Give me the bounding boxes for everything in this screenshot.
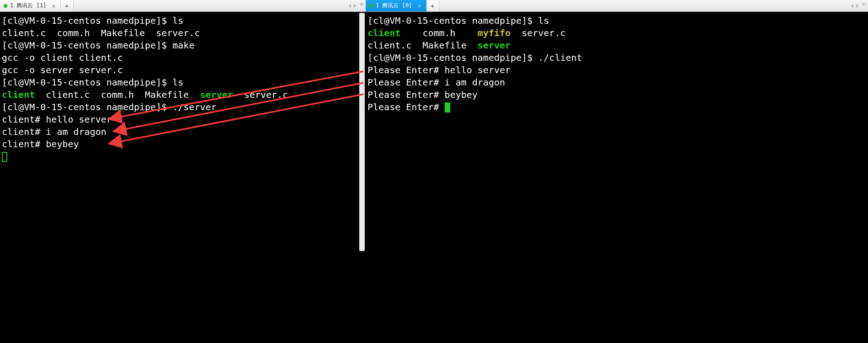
terminal-line: [cl@VM-0-15-centos namedpipe]$ ./client xyxy=(367,52,866,64)
split-workspace: 1 腾讯云 [1] × + [cl@VM-0-15-centos namedpi… xyxy=(0,0,868,343)
nav-prev-icon[interactable] xyxy=(851,4,853,8)
close-icon[interactable]: × xyxy=(417,3,421,9)
terminal-line: gcc -o client client.c xyxy=(2,52,357,64)
terminal-line: [cl@VM-0-15-centos namedpipe]$ ./server xyxy=(2,101,357,113)
tab-left-1[interactable]: 1 腾讯云 [1] × xyxy=(0,0,61,11)
terminal-line xyxy=(2,150,357,163)
pane-left: 1 腾讯云 [1] × + [cl@VM-0-15-centos namedpi… xyxy=(0,0,366,343)
tab-right-1[interactable]: 1 腾讯云 [0] × xyxy=(366,0,426,11)
terminal-line: [cl@VM-0-15-centos namedpipe]$ ls xyxy=(367,15,866,27)
terminal-text: [cl@VM-0-15-centos namedpipe]$ make xyxy=(2,40,194,51)
terminal-text: client# beybey xyxy=(2,139,79,150)
nav-menu-icon[interactable] xyxy=(359,3,364,8)
tab-title: 1 腾讯云 [1] xyxy=(10,2,46,10)
scrollbar-left[interactable] xyxy=(358,12,366,343)
terminal-text: [cl@VM-0-15-centos namedpipe]$ ls xyxy=(2,77,183,88)
terminal-text: Please Enter# xyxy=(367,102,445,113)
terminal-text: Please Enter# i am dragon xyxy=(367,77,505,88)
terminal-line: client comm.h myfifo server.c xyxy=(367,27,866,39)
terminal-line: client# i am dragon xyxy=(2,126,357,138)
terminal-line: [cl@VM-0-15-centos namedpipe]$ ls xyxy=(2,76,357,89)
nav-menu-icon[interactable] xyxy=(862,3,866,8)
terminal-line: Please Enter# xyxy=(367,101,866,113)
terminal-cursor xyxy=(445,102,450,113)
terminal-text: Please Enter# beybey xyxy=(367,89,478,100)
terminal-text: client.c comm.h Makefile server.c xyxy=(2,27,200,38)
terminal-left[interactable]: [cl@VM-0-15-centos namedpipe]$ lsclient.… xyxy=(0,12,358,343)
terminal-line: client# hello server xyxy=(2,113,357,126)
status-dot-icon xyxy=(369,4,373,8)
tabbar-right: 1 腾讯云 [0] × + xyxy=(366,0,868,12)
terminal-text: comm.h xyxy=(400,27,478,38)
terminal-text: client.c comm.h Makefile xyxy=(35,89,200,100)
terminal-text: [cl@VM-0-15-centos namedpipe]$ ./server xyxy=(2,102,217,113)
terminal-text: gcc -o client client.c xyxy=(2,52,123,63)
nav-next-icon[interactable] xyxy=(856,4,859,8)
plus-icon: + xyxy=(65,2,69,10)
tabbar-nav-right xyxy=(851,0,866,11)
terminal-line: client# beybey xyxy=(2,138,357,150)
terminal-text: client xyxy=(2,89,35,100)
tabbar-left: 1 腾讯云 [1] × + xyxy=(0,0,366,12)
terminal-line: [cl@VM-0-15-centos namedpipe]$ make xyxy=(2,39,357,52)
terminal-text: client.c Makefile xyxy=(367,40,478,51)
terminal-wrap-left: [cl@VM-0-15-centos namedpipe]$ lsclient.… xyxy=(0,12,366,343)
nav-prev-icon[interactable] xyxy=(348,4,351,8)
plus-icon: + xyxy=(431,2,434,10)
terminal-line: Please Enter# beybey xyxy=(367,89,866,101)
terminal-text: client xyxy=(367,27,400,38)
terminal-line: Please Enter# i am dragon xyxy=(367,76,866,89)
terminal-right[interactable]: [cl@VM-0-15-centos namedpipe]$ lsclient … xyxy=(366,12,868,343)
terminal-line: [cl@VM-0-15-centos namedpipe]$ ls xyxy=(2,15,357,27)
terminal-text: gcc -o server server.c xyxy=(2,64,123,75)
terminal-text: server.c xyxy=(511,27,565,38)
terminal-line: client.c comm.h Makefile server.c xyxy=(2,27,357,39)
terminal-text: [cl@VM-0-15-centos namedpipe]$ ls xyxy=(2,15,183,26)
tabbar-nav-left xyxy=(348,0,364,11)
terminal-cursor xyxy=(2,152,7,162)
terminal-text: client# i am dragon xyxy=(2,126,107,137)
tab-title: 1 腾讯云 [0] xyxy=(376,2,412,10)
terminal-text: server xyxy=(478,40,511,51)
scrollbar-thumb[interactable] xyxy=(359,13,365,251)
terminal-text: server xyxy=(200,89,233,100)
terminal-text: [cl@VM-0-15-centos namedpipe]$ ls xyxy=(367,15,549,26)
terminal-text: [cl@VM-0-15-centos namedpipe]$ ./client xyxy=(367,52,582,63)
terminal-wrap-right: [cl@VM-0-15-centos namedpipe]$ lsclient … xyxy=(366,12,868,343)
terminal-text: client# hello server xyxy=(2,114,112,125)
pane-right: 1 腾讯云 [0] × + [cl@VM-0-15-centos namedpi… xyxy=(366,0,868,343)
terminal-text: server.c xyxy=(233,89,288,100)
terminal-line: client client.c comm.h Makefile server s… xyxy=(2,89,357,101)
terminal-text: Please Enter# hello server xyxy=(367,64,511,75)
new-tab-button-right[interactable]: + xyxy=(426,0,439,11)
terminal-text: myfifo xyxy=(478,27,511,38)
close-icon[interactable]: × xyxy=(52,3,55,9)
new-tab-button-left[interactable]: + xyxy=(61,0,74,11)
terminal-line: client.c Makefile server xyxy=(367,39,866,52)
status-dot-icon xyxy=(4,4,7,8)
terminal-line: Please Enter# hello server xyxy=(367,64,866,76)
terminal-line: gcc -o server server.c xyxy=(2,64,357,76)
nav-next-icon[interactable] xyxy=(354,4,357,8)
